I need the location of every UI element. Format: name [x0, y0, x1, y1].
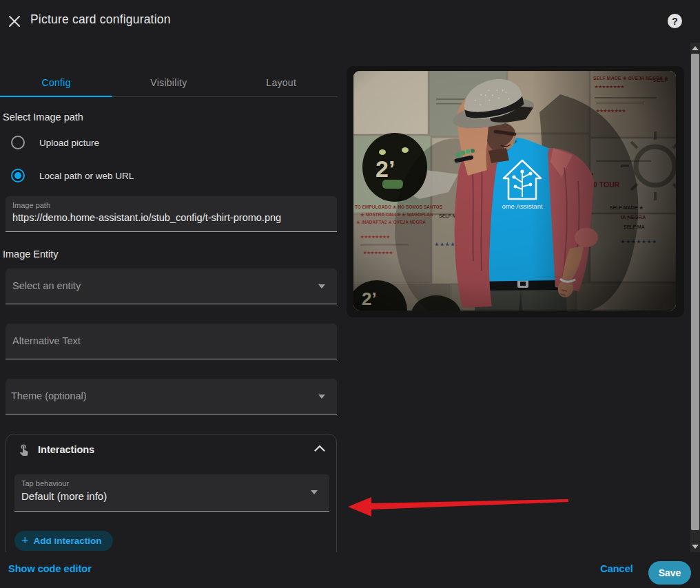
theme-placeholder: Theme (optional) [11, 390, 87, 401]
image-path-field-value: https://demo.home-assistant.io/stub_conf… [12, 212, 281, 223]
chevron-down-icon [311, 490, 318, 494]
scrollbar[interactable] [690, 43, 700, 552]
scroll-down-icon[interactable] [692, 545, 699, 549]
scrollbar-thumb[interactable] [691, 54, 699, 530]
entity-select[interactable]: Select an entity [6, 269, 337, 304]
close-icon[interactable] [8, 14, 21, 28]
chevron-down-icon [318, 284, 325, 288]
tab-config[interactable]: Config [0, 69, 112, 96]
theme-select[interactable]: Theme (optional) [6, 379, 337, 414]
select-image-path-label: Select Image path [3, 112, 83, 123]
interactions-title: Interactions [38, 444, 94, 455]
tshirt-promo-photo: SELF MADE ★ OVEJA NEGRA ★ ★★★★★★★★ ★★★★★… [353, 71, 676, 311]
interactions-header[interactable]: Interactions [17, 443, 94, 456]
alt-text-input[interactable]: Alternative Text [6, 324, 337, 359]
image-entity-label: Image Entity [3, 249, 59, 260]
touch-tap-icon [17, 443, 30, 456]
tab-bar: Config Visibility Layout [0, 69, 338, 97]
image-path-field-label: Image path [12, 201, 50, 209]
tap-behaviour-value: Default (more info) [21, 490, 107, 502]
image-path-input[interactable]: Image path https://demo.home-assistant.i… [6, 196, 337, 232]
red-arrow-annotation [348, 490, 568, 521]
upload-picture-label: Upload picture [39, 138, 99, 148]
save-button[interactable]: Save [648, 561, 691, 585]
plus-icon: + [21, 534, 29, 547]
add-interaction-button[interactable]: + Add interaction [14, 531, 113, 551]
show-code-editor-button[interactable]: Show code editor [8, 563, 92, 574]
preview-photo: SELF MADE ★ OVEJA NEGRA ★ ★★★★★★★★ ★★★★★… [353, 71, 676, 311]
dialog-content: Config Visibility Layout Select Image pa… [0, 43, 690, 552]
entity-select-placeholder: Select an entity [12, 280, 81, 291]
scroll-up-icon[interactable] [692, 46, 699, 50]
dialog-footer: Show code editor Cancel Save [0, 552, 700, 588]
alt-text-placeholder: Alternative Text [12, 335, 81, 346]
interactions-panel: Interactions Tap behaviour Default (more… [6, 434, 337, 552]
local-path-radio[interactable]: Local path or web URL [11, 167, 134, 184]
card-preview: SELF MADE ★ OVEJA NEGRA ★ ★★★★★★★★ ★★★★★… [347, 66, 684, 317]
tab-visibility[interactable]: Visibility [112, 69, 225, 96]
tab-layout[interactable]: Layout [225, 69, 338, 96]
dialog-title: Picture card configuration [30, 12, 171, 27]
picture-card-config-dialog: Picture card configuration ? Config Visi… [0, 0, 700, 588]
chevron-up-icon[interactable] [314, 445, 325, 452]
upload-picture-radio[interactable]: Upload picture [11, 134, 99, 151]
chevron-down-icon [318, 395, 325, 399]
radio-selected-icon [11, 169, 25, 182]
tap-behaviour-select[interactable]: Tap behaviour Default (more info) [14, 474, 329, 512]
add-interaction-label: Add interaction [34, 536, 102, 546]
local-path-label: Local path or web URL [39, 171, 134, 181]
help-icon[interactable]: ? [668, 14, 682, 28]
cancel-button[interactable]: Cancel [599, 563, 635, 574]
radio-circle-icon [11, 136, 25, 149]
tap-behaviour-label: Tap behaviour [21, 479, 69, 487]
